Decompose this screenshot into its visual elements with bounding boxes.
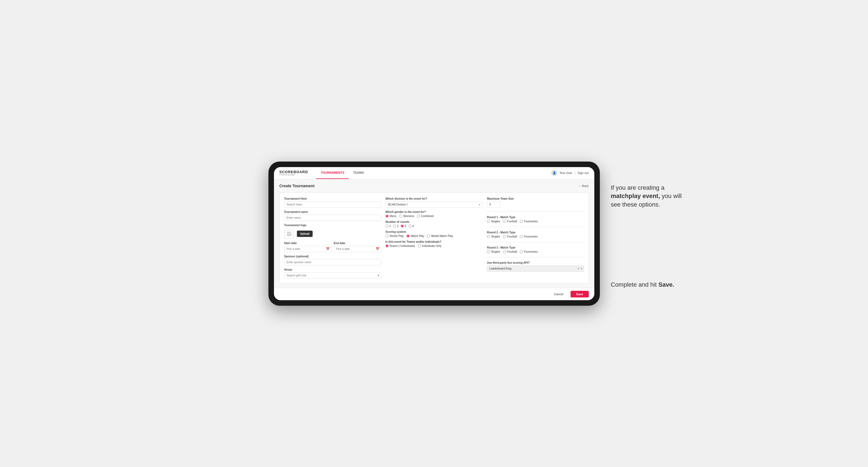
form-column-left: Tournament Host Tournament name Tourname… <box>284 197 381 279</box>
header-right: 👤 Test User | Sign out <box>551 170 589 176</box>
division-select[interactable]: NCAA Division I NCAA Division II NCAA Di… <box>385 201 483 208</box>
round2-foursomes-radio[interactable] <box>520 235 523 238</box>
logo-placeholder <box>284 229 294 239</box>
api-chevron-icon: ▾ <box>581 267 583 270</box>
round1-fourball[interactable]: Fourball <box>503 220 517 223</box>
division-select-wrapper: NCAA Division I NCAA Division II NCAA Di… <box>385 201 483 208</box>
tournament-host-input[interactable] <box>284 201 381 208</box>
scoring-system-group: Scoring system Stroke Play Match Play <box>385 230 483 238</box>
scoring-medal-radio[interactable] <box>427 235 430 238</box>
round2-match-group: Round 2 - Match Type Singles Fourball <box>487 231 584 238</box>
section-divider-1 <box>487 212 584 212</box>
round1-match-label: Round 1 - Match Type <box>487 216 584 219</box>
sign-out-link[interactable]: Sign out <box>578 171 589 175</box>
start-date-group: Start date 📅 <box>284 242 332 252</box>
api-select-input[interactable] <box>487 266 584 272</box>
round1-fourball-radio[interactable] <box>503 220 506 223</box>
tab-tournaments[interactable]: TOURNAMENTS <box>316 167 348 179</box>
api-clear-icon[interactable]: ✕ <box>578 267 580 270</box>
round2-match-label: Round 2 - Match Type <box>487 231 584 234</box>
scoring-match[interactable]: Match Play <box>406 235 424 238</box>
round3-foursomes[interactable]: Foursomes <box>520 250 538 253</box>
end-date-label: End date <box>334 242 381 245</box>
round2-foursomes[interactable]: Foursomes <box>520 235 538 238</box>
gender-group: Which gender is the event for? Mens Wome… <box>385 211 483 218</box>
round-3[interactable]: 3 <box>401 224 406 227</box>
round1-foursomes[interactable]: Foursomes <box>520 220 538 223</box>
round3-match-type-group: Singles Fourball Foursomes <box>487 250 584 253</box>
sponsor-label: Sponsor (optional) <box>284 255 381 258</box>
end-date-group: End date 📅 <box>334 242 381 252</box>
max-team-size-input[interactable] <box>487 201 501 208</box>
tournament-host-group: Tournament Host <box>284 197 381 208</box>
round-1[interactable]: 1 <box>385 224 391 227</box>
tournament-name-input[interactable] <box>284 215 381 221</box>
gender-womens-radio[interactable] <box>399 215 402 218</box>
gender-mens-radio[interactable] <box>385 215 389 218</box>
round-4[interactable]: 4 <box>408 224 414 227</box>
cancel-button[interactable]: Cancel <box>550 291 568 298</box>
round3-match-label: Round 3 - Match Type <box>487 246 584 249</box>
save-button[interactable]: Save <box>570 291 589 298</box>
rounds-label: Number of rounds <box>385 220 483 223</box>
venue-select-wrapper: ▾ <box>284 272 381 279</box>
round2-singles[interactable]: Singles <box>487 235 500 238</box>
start-date-wrapper: 📅 <box>284 246 332 252</box>
round2-singles-radio[interactable] <box>487 235 490 238</box>
calendar-icon: 📅 <box>326 247 330 251</box>
avatar: 👤 <box>551 170 557 176</box>
page-content: Create Tournament ← Back Tournament Host… <box>274 179 594 288</box>
scoring-stroke-radio[interactable] <box>385 235 389 238</box>
max-team-size-group: Maximum Team Size <box>487 197 584 208</box>
round3-foursomes-radio[interactable] <box>520 250 523 253</box>
tournament-logo-group: Tournament logo Upload <box>284 224 381 239</box>
round2-fourball[interactable]: Fourball <box>503 235 517 238</box>
app-header: SCOREBOARD Powered by clippit TOURNAMENT… <box>274 167 594 179</box>
scoring-match-radio[interactable] <box>406 235 409 238</box>
scoring-stroke[interactable]: Stroke Play <box>385 235 404 238</box>
section-divider-2 <box>487 227 584 227</box>
rounds-1-radio[interactable] <box>385 224 389 227</box>
rounds-2-radio[interactable] <box>393 224 396 227</box>
round3-singles-radio[interactable] <box>487 250 490 253</box>
annotation-bottom-right: Complete and hit Save. <box>611 281 688 289</box>
round1-singles-radio[interactable] <box>487 220 490 223</box>
round1-foursomes-radio[interactable] <box>520 220 523 223</box>
tournament-name-group: Tournament name <box>284 211 381 221</box>
round-2[interactable]: 2 <box>393 224 399 227</box>
gender-label: Which gender is the event for? <box>385 211 483 214</box>
round3-fourball[interactable]: Fourball <box>503 250 517 253</box>
venue-label: Venue <box>284 268 381 271</box>
rounds-3-radio[interactable] <box>401 224 404 227</box>
form-footer: Cancel Save <box>274 288 594 300</box>
round3-fourball-radio[interactable] <box>503 250 506 253</box>
logo-upload-area: Upload <box>284 229 381 239</box>
gender-combined-radio[interactable] <box>417 215 420 218</box>
calendar-icon-end: 📅 <box>376 247 379 251</box>
tablet-frame: SCOREBOARD Powered by clippit TOURNAMENT… <box>269 161 600 306</box>
round2-fourball-radio[interactable] <box>503 235 506 238</box>
division-label: Which division is the event for? <box>385 197 483 200</box>
gender-mens[interactable]: Mens <box>385 215 396 218</box>
start-date-input[interactable] <box>284 246 332 252</box>
event-teams[interactable]: Teams (+Individuals) <box>385 244 415 247</box>
event-teams-radio[interactable] <box>385 244 389 247</box>
tablet-screen: SCOREBOARD Powered by clippit TOURNAMENT… <box>274 167 594 300</box>
rounds-4-radio[interactable] <box>408 224 411 227</box>
section-divider-4 <box>487 257 584 257</box>
tournament-name-label: Tournament name <box>284 211 381 214</box>
tab-teams[interactable]: TEAMS <box>349 167 368 179</box>
brand-subtitle: Powered by clippit <box>279 174 308 176</box>
event-individuals-radio[interactable] <box>418 244 421 247</box>
round1-singles[interactable]: Singles <box>487 220 500 223</box>
gender-womens[interactable]: Womens <box>399 215 414 218</box>
event-individuals[interactable]: Individuals Only <box>418 244 442 247</box>
end-date-input[interactable] <box>334 246 381 252</box>
gender-combined[interactable]: Combined <box>417 215 434 218</box>
back-link[interactable]: ← Back <box>578 184 589 188</box>
scoring-medal[interactable]: Medal Match Play <box>427 235 453 238</box>
round3-singles[interactable]: Singles <box>487 250 500 253</box>
sponsor-input[interactable] <box>284 259 381 266</box>
upload-button[interactable]: Upload <box>297 230 313 237</box>
venue-input[interactable] <box>284 272 381 279</box>
